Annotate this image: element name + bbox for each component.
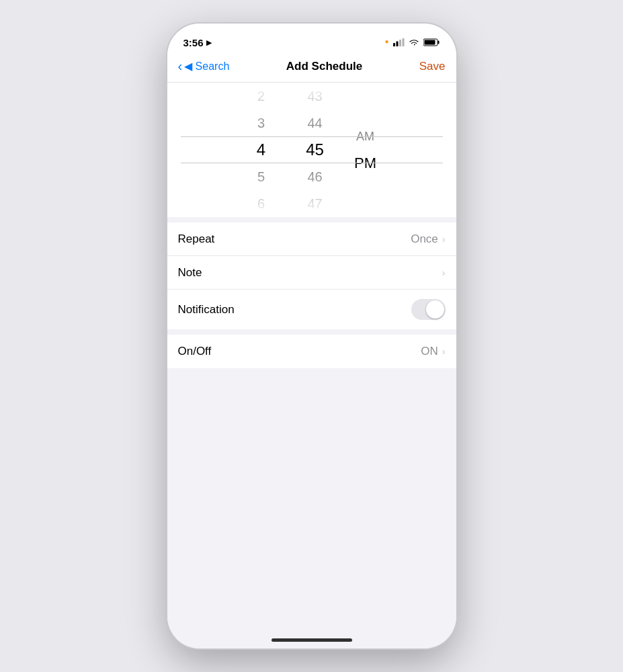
note-chevron-icon: › [442, 267, 446, 278]
svg-rect-5 [438, 41, 439, 44]
settings-list-2: On/Off ON › [167, 335, 456, 368]
onoff-label: On/Off [178, 345, 212, 358]
svg-rect-1 [396, 42, 398, 47]
picker-selection-line [181, 136, 443, 163]
page-title: Add Schedule [286, 60, 362, 73]
notification-toggle[interactable] [411, 299, 446, 320]
status-time: 3:56 ▶ [183, 37, 212, 48]
repeat-chevron-icon: › [442, 234, 446, 245]
onoff-right: ON › [421, 345, 445, 358]
back-button[interactable]: ‹ ◀ Search [178, 58, 230, 74]
onoff-row[interactable]: On/Off ON › [167, 335, 456, 368]
min-item-44: 44 [288, 110, 342, 136]
svg-rect-0 [393, 43, 395, 46]
onoff-value: ON [421, 345, 438, 358]
notification-row: Notification [167, 290, 456, 329]
notification-dot: ● [384, 38, 388, 45]
section-separator-1 [167, 217, 456, 222]
hour-item-5: 5 [235, 163, 288, 190]
note-right: › [441, 267, 446, 278]
back-label: ◀ Search [184, 60, 229, 73]
repeat-value: Once [411, 233, 438, 246]
save-button[interactable]: Save [419, 60, 446, 73]
hour-item-2: 2 [235, 83, 288, 110]
svg-rect-2 [399, 40, 401, 46]
nav-bar: ‹ ◀ Search Add Schedule Save [167, 56, 456, 83]
svg-rect-3 [402, 38, 404, 46]
repeat-label: Repeat [178, 233, 215, 246]
note-label: Note [178, 266, 202, 280]
hour-item-6: 6 [235, 190, 288, 217]
section-separator-2 [167, 329, 456, 335]
repeat-row[interactable]: Repeat Once › [167, 222, 456, 256]
min-item-46: 46 [288, 163, 342, 190]
time-picker-container: 1 2 3 4 5 6 7 42 43 44 45 46 47 48 [167, 83, 456, 217]
time-display: 3:56 [183, 37, 204, 48]
note-row[interactable]: Note › [167, 256, 456, 290]
empty-area [167, 368, 456, 648]
onoff-chevron-icon: › [442, 346, 446, 357]
battery-icon [423, 38, 440, 46]
status-bar: 3:56 ▶ ● [167, 24, 456, 56]
back-chevron-icon: ‹ [178, 58, 183, 74]
notification-label: Notification [178, 303, 235, 317]
time-picker[interactable]: 1 2 3 4 5 6 7 42 43 44 45 46 47 48 [167, 83, 456, 217]
min-item-47: 47 [288, 190, 342, 217]
settings-list-1: Repeat Once › Note › Notification [167, 222, 456, 329]
svg-rect-6 [424, 40, 435, 45]
wifi-icon [409, 38, 419, 46]
repeat-right: Once › [411, 233, 445, 246]
min-item-43: 43 [288, 83, 342, 110]
hour-item-3: 3 [235, 110, 288, 136]
location-icon: ▶ [206, 38, 212, 47]
home-indicator [272, 638, 352, 642]
toggle-knob [426, 300, 444, 319]
status-icons: ● [384, 38, 440, 46]
phone-frame: 3:56 ▶ ● [167, 24, 456, 648]
signal-icon [393, 38, 405, 46]
